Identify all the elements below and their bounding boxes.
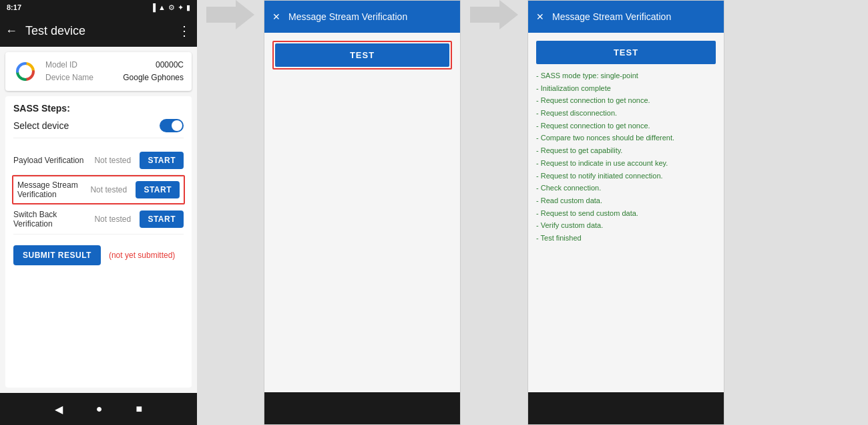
switch-back-verification-status: Not tested bbox=[94, 215, 134, 224]
payload-verification-start-button[interactable]: START bbox=[140, 152, 184, 169]
test-button-area-1: TEST bbox=[272, 41, 452, 69]
submit-section: SUBMIT RESULT (not yet submitted) bbox=[13, 245, 184, 265]
dialog-1-close-button[interactable]: ✕ bbox=[272, 11, 280, 22]
dialog-1-bottom-bar bbox=[264, 392, 460, 424]
result-item: - Verify custom data. bbox=[536, 219, 716, 232]
dialog-2-test-button[interactable]: TEST bbox=[536, 41, 716, 64]
dialog-2-title: Message Stream Verification bbox=[552, 11, 671, 22]
switch-back-verification-row: Switch Back Verification Not tested STAR… bbox=[13, 204, 184, 235]
toggle-knob bbox=[172, 120, 182, 131]
model-id-value: 00000C bbox=[156, 59, 184, 72]
status-icons: ▐ ▲ ⚙ ✦ ▮ bbox=[150, 3, 190, 12]
device-info-card: Model ID 00000C Device Name Google Gphon… bbox=[5, 52, 192, 91]
nav-recent-button[interactable]: ■ bbox=[136, 403, 143, 415]
device-name-value: Google Gphones bbox=[123, 72, 184, 84]
result-item: - Check connection. bbox=[536, 182, 716, 194]
dialog-2-bottom-bar bbox=[528, 392, 724, 424]
device-name-label: Device Name bbox=[45, 72, 93, 84]
result-item: - Request to notify initiated connection… bbox=[536, 170, 716, 182]
sass-section: SASS Steps: Select device Payload Verifi… bbox=[5, 96, 192, 388]
app-title: Test device bbox=[25, 24, 170, 38]
select-device-row: Select device bbox=[13, 119, 184, 138]
device-name-row: Device Name Google Gphones bbox=[45, 72, 184, 84]
nav-home-button[interactable]: ● bbox=[96, 403, 103, 415]
result-item: - Initialization complete bbox=[536, 82, 716, 95]
model-id-label: Model ID bbox=[45, 59, 77, 72]
switch-back-verification-start-button[interactable]: START bbox=[140, 210, 184, 228]
dialog-2-close-button[interactable]: ✕ bbox=[536, 11, 544, 22]
app-screen: ← Test device ⋮ Model ID 00000C Device N… bbox=[0, 15, 197, 393]
dialog-2-header: ✕ Message Stream Verification bbox=[528, 1, 724, 33]
phone-panel: 8:17 ▐ ▲ ⚙ ✦ ▮ ← Test device ⋮ Model bbox=[0, 0, 197, 425]
message-stream-verification-status: Not tested bbox=[90, 185, 130, 194]
dialog-1-header: ✕ Message Stream Verification bbox=[264, 1, 460, 33]
payload-verification-row: Payload Verification Not tested START bbox=[13, 146, 184, 175]
result-item: - Request to send custom data. bbox=[536, 207, 716, 220]
not-submitted-label: (not yet submitted) bbox=[109, 251, 175, 260]
results-list: - SASS mode type: single-point- Initiali… bbox=[536, 69, 716, 245]
submit-result-button[interactable]: SUBMIT RESULT bbox=[13, 245, 101, 265]
payload-verification-label: Payload Verification bbox=[13, 156, 89, 165]
result-item: - Request to get capability. bbox=[536, 144, 716, 157]
app-toolbar: ← Test device ⋮ bbox=[0, 15, 197, 47]
device-logo bbox=[13, 59, 37, 84]
status-bar: 8:17 ▐ ▲ ⚙ ✦ ▮ bbox=[0, 0, 197, 15]
payload-verification-status: Not tested bbox=[94, 156, 134, 165]
menu-button[interactable]: ⋮ bbox=[178, 23, 192, 39]
arrow-2 bbox=[461, 0, 527, 29]
select-device-label: Select device bbox=[13, 120, 69, 131]
dialog-1-title: Message Stream Verification bbox=[288, 11, 407, 22]
phone-nav-bar: ◀ ● ■ bbox=[0, 393, 197, 425]
message-stream-verification-label: Message StreamVerification bbox=[17, 180, 85, 199]
dialog-2-content: TEST - SASS mode type: single-point- Ini… bbox=[528, 33, 724, 392]
result-item: - Request connection to get nonce. bbox=[536, 94, 716, 107]
result-item: - Test finished bbox=[536, 232, 716, 245]
back-button[interactable]: ← bbox=[5, 24, 17, 38]
model-id-row: Model ID 00000C bbox=[45, 59, 184, 72]
bluetooth-icon: ✦ bbox=[178, 3, 184, 12]
settings-icon: ⚙ bbox=[168, 3, 175, 12]
dialog-1-test-button[interactable]: TEST bbox=[275, 43, 449, 67]
arrow-1 bbox=[197, 0, 264, 29]
result-item: - SASS mode type: single-point bbox=[536, 69, 716, 82]
result-item: - Request connection to get nonce. bbox=[536, 120, 716, 132]
result-item: - Read custom data. bbox=[536, 194, 716, 207]
status-time: 8:17 bbox=[7, 3, 21, 11]
battery-icon: ▮ bbox=[186, 3, 190, 12]
result-item: - Request to indicate in use account key… bbox=[536, 157, 716, 170]
dialog-panel-1: ✕ Message Stream Verification TEST bbox=[264, 0, 461, 425]
result-item: - Request disconnection. bbox=[536, 107, 716, 120]
dialog-1-content: TEST bbox=[264, 33, 460, 392]
switch-back-verification-label: Switch Back Verification bbox=[13, 210, 89, 229]
message-stream-verification-row: Message StreamVerification Not tested ST… bbox=[12, 175, 185, 204]
dialog-panel-2: ✕ Message Stream Verification TEST - SAS… bbox=[527, 0, 724, 425]
wifi-icon: ▲ bbox=[158, 3, 166, 11]
select-device-toggle[interactable] bbox=[160, 119, 184, 132]
nav-back-button[interactable]: ◀ bbox=[55, 403, 63, 416]
result-item: - Compare two nonces should be different… bbox=[536, 132, 716, 144]
message-stream-verification-start-button[interactable]: START bbox=[136, 181, 180, 198]
signal-icon: ▐ bbox=[150, 3, 156, 11]
device-info-rows: Model ID 00000C Device Name Google Gphon… bbox=[45, 59, 184, 84]
sass-title: SASS Steps: bbox=[13, 103, 184, 114]
